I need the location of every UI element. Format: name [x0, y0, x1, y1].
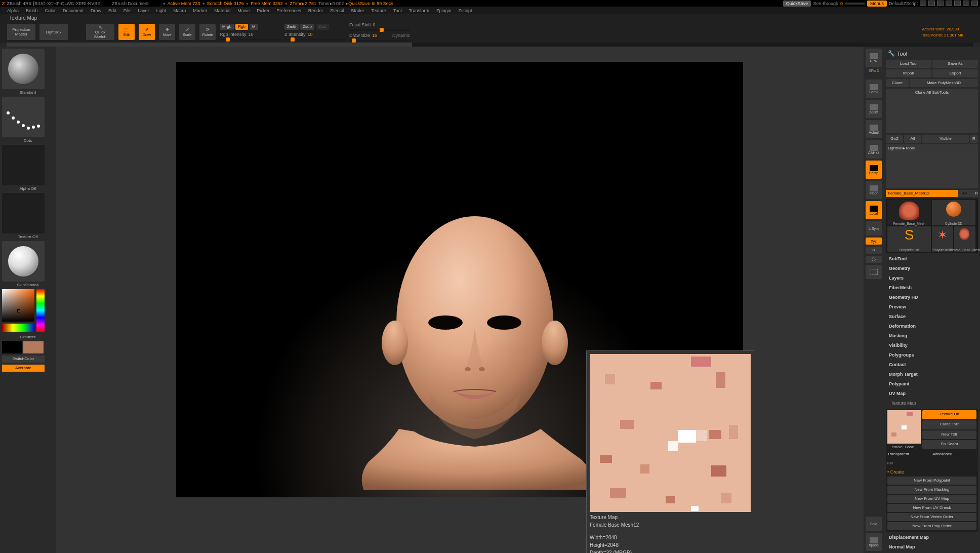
pframe-1[interactable]: ⊙	[866, 247, 882, 254]
zoom-button[interactable]: Zoom	[866, 100, 882, 118]
acc-preview[interactable]: Preview	[886, 303, 978, 311]
acc-layers[interactable]: Layers	[886, 274, 978, 282]
menu-stencil[interactable]: Stencil	[328, 8, 346, 13]
xyz-button[interactable]: Xyz	[866, 238, 882, 245]
menu-material[interactable]: Material	[212, 8, 232, 13]
maximize-icon[interactable]	[963, 1, 969, 6]
primary-color[interactable]	[23, 341, 44, 353]
gradient-label[interactable]: Gradient	[2, 335, 54, 339]
export-button[interactable]: Export	[932, 69, 978, 77]
menu-brush[interactable]: Brush	[24, 8, 40, 13]
acc-displacement[interactable]: Displacement Map	[886, 533, 978, 541]
switch-color-button[interactable]: SwitchColor	[2, 356, 45, 363]
make-polymesh-button[interactable]: Make PolyMesh3D	[910, 79, 978, 87]
goz-r-button[interactable]: R	[970, 135, 978, 143]
tool-item-female2[interactable]: Female_Base_Mesh	[954, 226, 975, 252]
menu-document[interactable]: Document	[61, 8, 86, 13]
acc-fibermesh[interactable]: FiberMesh	[886, 284, 978, 292]
stroke-slot[interactable]: Dots	[2, 97, 54, 143]
draw-size-slider[interactable]	[349, 40, 410, 42]
menus-button[interactable]: Menus	[867, 1, 887, 7]
new-from-polypaint[interactable]: New From Polypaint	[887, 477, 976, 485]
acc-geometryhd[interactable]: Geometry HD	[886, 293, 978, 301]
zscript-label[interactable]: DefaultZScript	[889, 1, 918, 6]
new-from-poly-order[interactable]: New From Poly Order	[887, 522, 976, 530]
head-model[interactable]	[353, 206, 596, 497]
solo-button[interactable]: Solo	[866, 517, 882, 531]
color-swatches[interactable]	[2, 341, 54, 353]
menu-marker[interactable]: Marker	[191, 8, 209, 13]
menu-zplugin[interactable]: Zplugin	[434, 8, 454, 13]
alpha-slot[interactable]: Alpha Off	[2, 145, 54, 191]
menu-macro[interactable]: Macro	[171, 8, 188, 13]
create-header[interactable]: • Create	[887, 468, 976, 476]
quicksave-button[interactable]: QuickSave	[783, 1, 811, 7]
focal-shift-slider[interactable]	[349, 29, 410, 31]
acc-geometry[interactable]: Geometry	[886, 264, 978, 272]
tool-item-cylinder[interactable]: Cylinder3D	[932, 200, 975, 225]
acc-polypaint[interactable]: Polypaint	[886, 380, 978, 388]
move-button[interactable]: ✥Move	[159, 24, 175, 40]
menu-file[interactable]: File	[121, 8, 133, 13]
texture-slot[interactable]: Texture Off	[2, 193, 54, 239]
edit-button[interactable]: ⬚Edit	[118, 24, 135, 40]
texture-thumb[interactable]: emale_Base_	[887, 410, 921, 449]
menu-draw[interactable]: Draw	[89, 8, 103, 13]
fill-button[interactable]: Fill	[887, 459, 976, 467]
rotate-button[interactable]: ⟳Rotate	[199, 24, 216, 40]
window-icon-2[interactable]	[928, 1, 935, 6]
dynamic-label[interactable]: Dynamic	[392, 33, 410, 38]
projection-master-button[interactable]: Projection Master	[7, 24, 35, 40]
brush-slot[interactable]: Standard	[2, 49, 54, 95]
menu-texture[interactable]: Texture	[369, 8, 388, 13]
z-intensity-slider[interactable]	[284, 39, 345, 41]
menu-picker[interactable]: Picker	[255, 8, 271, 13]
menu-transform[interactable]: Transform	[406, 8, 431, 13]
menu-preferences[interactable]: Preferences	[274, 8, 303, 13]
antialiased-toggle[interactable]: Antialiased	[932, 450, 976, 458]
menu-tool[interactable]: Tool	[391, 8, 404, 13]
tool-name-slider[interactable]: Female_Base_Mesh12. 48 R	[886, 190, 978, 197]
material-slot[interactable]: SkinShade4	[2, 241, 54, 287]
scroll-button[interactable]: Scroll	[866, 80, 882, 98]
window-icon-1[interactable]	[920, 1, 926, 6]
window-icon-4[interactable]	[946, 1, 952, 6]
menu-color[interactable]: Color	[43, 8, 58, 13]
canvas-area[interactable]: Texture Map Female Base Mesh12 Width=204…	[56, 47, 864, 553]
goz-all-button[interactable]: All	[904, 135, 921, 143]
color-picker[interactable]	[2, 289, 45, 332]
toolbar-scrollbar[interactable]	[7, 43, 973, 47]
lightbox-tools-button[interactable]: Lightbox▸Tools	[886, 144, 978, 189]
rgb-toggle[interactable]: Rgb	[235, 24, 248, 30]
seethrough-label[interactable]: See-through	[813, 1, 838, 6]
acc-texturemap[interactable]: Texture Map	[886, 399, 978, 407]
acc-subtool[interactable]: SubTool	[886, 255, 978, 263]
secondary-color[interactable]	[2, 341, 22, 353]
lsym-button[interactable]: L.Sym	[866, 221, 882, 235]
acc-surface[interactable]: Surface	[886, 312, 978, 321]
quicksketch-button[interactable]: ✎Quick Sketch	[86, 24, 114, 40]
persp-button[interactable]: Persp	[866, 161, 882, 179]
rgb-intensity-slider[interactable]	[220, 39, 280, 41]
goz-visible-button[interactable]: Visible	[922, 135, 969, 143]
new-from-uvcheck[interactable]: New From UV Check	[887, 504, 976, 512]
alternate-button[interactable]: Alternate	[2, 365, 45, 372]
draw-button[interactable]: ✐Draw	[139, 24, 155, 40]
window-icon-3[interactable]	[937, 1, 944, 6]
acc-polygroups[interactable]: Polygroups	[886, 351, 978, 359]
new-txtr-button[interactable]: New Txtr	[922, 430, 976, 440]
zsub-toggle[interactable]: Zsub	[300, 24, 314, 30]
pframe-2[interactable]: ◯	[866, 256, 882, 263]
acc-uvmap[interactable]: UV Map	[886, 389, 978, 398]
load-tool-button[interactable]: Load Tool	[886, 60, 931, 68]
frame-button[interactable]	[866, 265, 882, 279]
clone-txtr-button[interactable]: Clone Txtr	[922, 420, 976, 429]
aahalf-button[interactable]: AAHalf	[866, 140, 882, 159]
acc-visibility[interactable]: Visibility	[886, 341, 978, 349]
menu-stroke[interactable]: Stroke	[349, 8, 366, 13]
bpr-button[interactable]: BPR	[866, 49, 882, 67]
menu-render[interactable]: Render	[306, 8, 325, 13]
minimize-icon[interactable]	[954, 1, 961, 6]
actual-button[interactable]: Actual	[866, 120, 882, 138]
acc-morphtarget[interactable]: Morph Target	[886, 370, 978, 378]
